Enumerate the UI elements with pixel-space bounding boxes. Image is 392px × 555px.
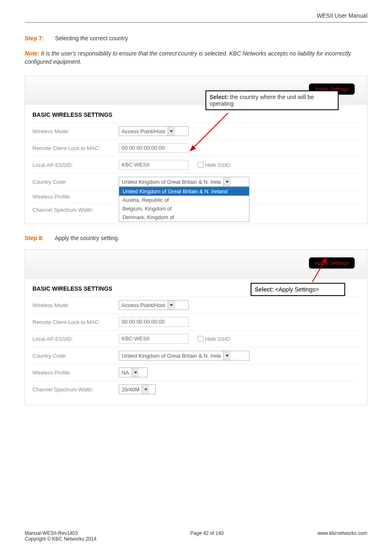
- chevron-down-icon: [142, 385, 149, 394]
- row-remote-mac: Remote Client-Lock to MAC: 00:00:00:00:0…: [32, 313, 360, 330]
- settings-panel-2: Apply Settings BASIC WIRELESS SETTINGS W…: [25, 250, 367, 405]
- step8-text: Apply the country setting.: [55, 235, 119, 241]
- callout1-bold: Select:: [210, 94, 228, 100]
- label-remote-mac: Remote Client-Lock to MAC:: [32, 145, 119, 151]
- label-channel-width: Channel Spectrum Width:: [32, 207, 119, 213]
- chevron-down-icon: [223, 177, 231, 186]
- country-dropdown-list: United Kingdom of Great Britain & N. Ire…: [119, 187, 249, 222]
- callout-select-country: Select: the country where the unit will …: [205, 90, 339, 110]
- label-local-essid: Local AP-ESSID:: [32, 336, 119, 342]
- wireless-mode-select[interactable]: Access Point/Host: [119, 300, 189, 310]
- hide-ssid-checkbox[interactable]: [198, 162, 203, 168]
- chevron-down-icon: [223, 351, 231, 360]
- step7-line: Step 7: Selecting the correct country: [25, 35, 367, 42]
- channel-width-value: 20/40M: [122, 386, 139, 393]
- row-local-essid: Local AP-ESSID: KBC-WESII Hide SSID: [32, 156, 360, 173]
- step8-line: Step 8: Apply the country setting.: [25, 235, 367, 241]
- label-channel-width: Channel Spectrum Width:: [32, 386, 119, 393]
- wireless-profile-value: NA: [122, 370, 129, 376]
- note-text: It is the user's responsibility to ensur…: [25, 50, 351, 65]
- hide-ssid-label: Hide SSID: [205, 162, 230, 168]
- country-code-select[interactable]: United Kingdom of Great Britain & N. Ire…: [119, 177, 249, 187]
- row-remote-mac: Remote Client-Lock to MAC: 00:00:00:00:0…: [32, 139, 360, 156]
- note-block: Note: It is the user's responsibility to…: [25, 50, 367, 66]
- country-code-value: United Kingdom of Great Britain & N. Ire…: [122, 179, 221, 185]
- row-channel-width: Channel Spectrum Width: 20/40M: [32, 381, 360, 398]
- step8-label: Step 8:: [25, 235, 44, 241]
- dropdown-option[interactable]: Denmark, Kingdom of: [119, 213, 249, 222]
- callout-apply-settings: Select: <Apply Settings>: [251, 283, 345, 296]
- country-code-select[interactable]: United Kingdom of Great Britain & N. Ire…: [119, 351, 249, 361]
- callout2-text: <Apply Settings>: [274, 286, 319, 293]
- wireless-mode-value: Access Point/Host: [122, 302, 165, 308]
- panel2-topbar: Apply Settings: [25, 250, 367, 279]
- label-remote-mac: Remote Client-Lock to MAC:: [32, 319, 119, 325]
- row-country-code: Country Code: United Kingdom of Great Br…: [32, 347, 360, 364]
- row-wireless-profile: Wireless Profile: NA: [32, 364, 360, 381]
- panel1-section-title: BASIC WIRELESS SETTINGS: [32, 109, 360, 123]
- dropdown-option[interactable]: Belgium, Kingdom of: [119, 204, 249, 213]
- page-footer: Manual-WESII-Rev1403 Copyright © KBC Net…: [25, 530, 367, 542]
- row-local-essid: Local AP-ESSID: KBC-WESII Hide SSID: [32, 330, 360, 347]
- page-header: WESII User Manual: [25, 12, 367, 23]
- label-country-code: Country Code:: [32, 353, 119, 359]
- step7-text: Selecting the correct country: [55, 35, 128, 42]
- local-essid-input[interactable]: KBC-WESII: [119, 334, 189, 344]
- manual-title: WESII User Manual: [317, 12, 367, 19]
- hide-ssid-checkbox[interactable]: [198, 336, 203, 342]
- footer-line2: Copyright © KBC Networks 2014: [25, 536, 97, 542]
- country-code-value: United Kingdom of Great Britain & N. Ire…: [122, 353, 221, 359]
- label-wireless-mode: Wireless Mode:: [32, 302, 119, 308]
- chevron-down-icon: [168, 127, 175, 136]
- channel-width-select[interactable]: 20/40M: [119, 384, 156, 394]
- label-country-code: Country Code:: [32, 179, 119, 185]
- label-wireless-mode: Wireless Mode:: [32, 128, 119, 134]
- wireless-mode-value: Access Point/Host: [122, 128, 165, 134]
- label-wireless-profile: Wireless Profile:: [32, 370, 119, 376]
- remote-mac-input[interactable]: 00:00:00:00:00:00: [119, 143, 189, 153]
- chevron-down-icon: [131, 368, 139, 377]
- hide-ssid-label: Hide SSID: [205, 336, 230, 342]
- row-wireless-mode: Wireless Mode: Access Point/Host: [32, 123, 360, 139]
- chevron-down-icon: [168, 301, 175, 310]
- footer-line1: Manual-WESII-Rev1403: [25, 530, 97, 536]
- step7-label: Step 7:: [25, 35, 44, 42]
- local-essid-input[interactable]: KBC-WESII: [119, 160, 189, 170]
- label-local-essid: Local AP-ESSID:: [32, 162, 119, 168]
- row-country-code: Country Code: United Kingdom of Great Br…: [32, 173, 360, 190]
- apply-settings-button[interactable]: Apply Settings: [309, 257, 355, 268]
- row-wireless-mode: Wireless Mode: Access Point/Host: [32, 296, 360, 313]
- label-wireless-profile: Wireless Profile:: [32, 194, 119, 200]
- dropdown-option[interactable]: Austria, Republic of: [119, 196, 249, 204]
- dropdown-option-selected[interactable]: United Kingdom of Great Britain & N. Ire…: [119, 187, 249, 196]
- remote-mac-input[interactable]: 00:00:00:00:00:00: [119, 317, 189, 327]
- callout2-bold: Select:: [255, 286, 274, 293]
- wireless-mode-select[interactable]: Access Point/Host: [119, 126, 189, 136]
- note-label: Note:: [25, 50, 39, 57]
- footer-url: www.kbcnetworks.com: [318, 530, 367, 542]
- footer-page: Page 42 of 140: [97, 530, 318, 542]
- wireless-profile-select[interactable]: NA: [119, 368, 148, 377]
